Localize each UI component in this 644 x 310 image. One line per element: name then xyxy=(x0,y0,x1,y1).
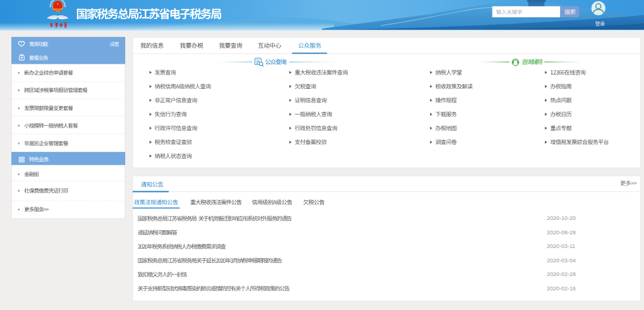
svg-text:2020-02-16: 2020-02-16 xyxy=(547,285,576,292)
svg-text:2020-08-28: 2020-08-28 xyxy=(547,229,576,235)
svg-text:2020-02-28: 2020-02-28 xyxy=(547,271,576,277)
svg-text:2020-03-04: 2020-03-04 xyxy=(547,257,576,264)
svg-text:2020-10-20: 2020-10-20 xyxy=(547,215,576,221)
svg-text:2020-03-11: 2020-03-11 xyxy=(547,243,575,249)
